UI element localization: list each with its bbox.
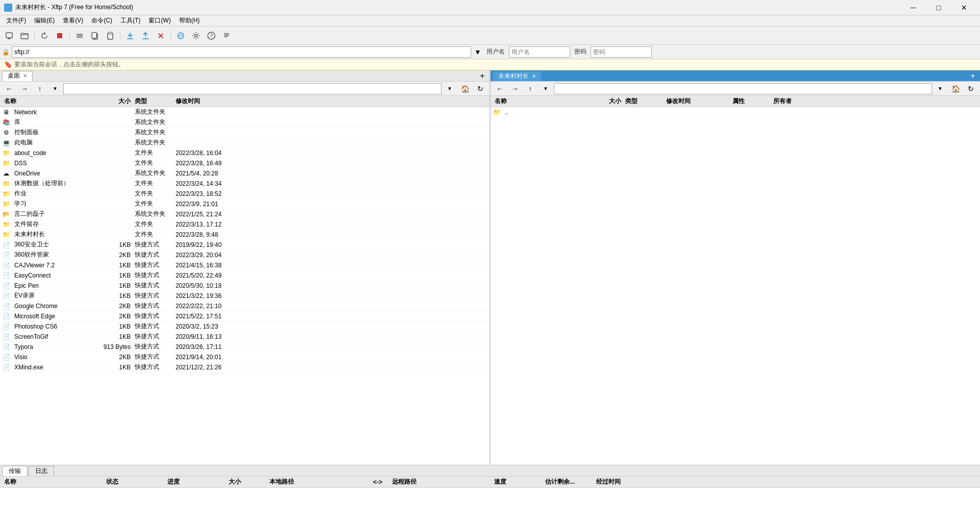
right-up-button[interactable]: ↑	[523, 82, 537, 96]
username-input[interactable]	[509, 46, 570, 58]
list-item[interactable]: 📂 言二的磊子 系统文件夹 2022/1/25, 21:24	[0, 209, 489, 219]
transfer-tab-log[interactable]: 日志	[29, 466, 54, 476]
left-up-button[interactable]: ↑	[33, 82, 47, 96]
menu-window[interactable]: 窗口(W)	[144, 15, 175, 26]
minimize-button[interactable]: ─	[901, 0, 925, 15]
copy-button[interactable]	[88, 29, 102, 43]
password-label: 密码	[572, 47, 589, 56]
list-item[interactable]: 📄 Visio 2KB 快捷方式 2021/9/14, 20:01	[0, 352, 489, 362]
right-refresh-button[interactable]: ↻	[964, 82, 978, 96]
menu-command[interactable]: 命令(C)	[87, 15, 116, 26]
file-modified: 2019/9/22, 19:40	[176, 241, 247, 248]
paste-button[interactable]	[103, 29, 117, 43]
right-home-button[interactable]: 🏠	[948, 82, 963, 96]
list-item[interactable]: 💻 此电脑 系统文件夹	[0, 138, 489, 148]
list-item[interactable]: 📁 休测数据（处理前） 文件夹 2022/3/24, 14:34	[0, 179, 489, 189]
list-item[interactable]: 📚 库 系统文件夹	[0, 117, 489, 128]
delete-button[interactable]	[154, 29, 168, 43]
transfer-tab-transfer[interactable]: 传输	[2, 466, 28, 476]
list-item[interactable]: 📄 360软件管家 2KB 快捷方式 2022/3/29, 20:04	[0, 250, 489, 260]
list-item[interactable]: 📄 EasyConnect 1KB 快捷方式 2021/5/20, 22:49	[0, 270, 489, 281]
globe-button[interactable]	[174, 29, 188, 43]
left-path-input[interactable]: 桌面	[63, 83, 442, 94]
right-col-modified: 修改时间	[666, 97, 732, 106]
menu-help[interactable]: 帮助(H)	[175, 15, 204, 26]
list-item[interactable]: 📄 EV录屏 1KB 快捷方式 2021/3/22, 19:36	[0, 291, 489, 301]
stop-button[interactable]	[53, 29, 67, 43]
list-item[interactable]: 📄 360安全卫士 1KB 快捷方式 2019/9/22, 19:40	[0, 240, 489, 250]
menu-view[interactable]: 查看(V)	[59, 15, 87, 26]
upload-button[interactable]	[138, 29, 153, 43]
right-panel-tab[interactable]: 未来村村长 ✕	[493, 71, 542, 81]
file-name: XMind.exe	[12, 364, 94, 371]
file-type: 系统文件夹	[135, 169, 176, 178]
file-icon: 📄	[2, 322, 10, 331]
file-size: 913 Bytes	[94, 343, 135, 350]
file-icon: 📁	[2, 190, 10, 198]
list-item[interactable]: 📁 文件留存 文件夹 2022/3/13, 17:12	[0, 219, 489, 230]
menu-tools[interactable]: 工具(T)	[116, 15, 144, 26]
list-item[interactable]: 📁 about_code 文件夹 2022/3/28, 16:04	[0, 148, 489, 158]
close-button[interactable]: ✕	[952, 0, 976, 15]
list-item[interactable]: 📁 作业 文件夹 2022/3/23, 18:52	[0, 189, 489, 199]
right-dropdown-button[interactable]: ▼	[538, 82, 553, 96]
transfer-options-button[interactable]	[72, 29, 87, 43]
right-path-input[interactable]: /root	[554, 83, 932, 94]
file-type: 快捷方式	[135, 332, 176, 341]
list-item[interactable]: 📁 学习 文件夹 2022/3/9, 21:01	[0, 199, 489, 209]
list-item[interactable]: 📄 ScreenToGif 1KB 快捷方式 2020/9/11, 16:13	[0, 332, 489, 342]
password-input[interactable]	[591, 46, 652, 58]
file-name: 未来村村长	[12, 230, 94, 239]
right-panel-tab-close[interactable]: ✕	[532, 73, 536, 79]
list-item[interactable]: 📄 XMind.exe 1KB 快捷方式 2021/12/2, 21:26	[0, 362, 489, 372]
menu-edit[interactable]: 编辑(E)	[30, 15, 59, 26]
list-item[interactable]: ☁ OneDrive 系统文件夹 2021/5/4, 20:28	[0, 168, 489, 179]
list-item[interactable]: 🖥 Network 系统文件夹	[0, 107, 489, 117]
left-refresh-button[interactable]: ↻	[473, 82, 487, 96]
th-arrow: <->	[368, 479, 388, 486]
left-forward-button[interactable]: →	[17, 82, 32, 96]
file-icon: 📄	[2, 333, 10, 341]
sftp-address-input[interactable]	[12, 46, 471, 58]
list-item[interactable]: 📄 Epic Pen 1KB 快捷方式 2020/5/30, 10:18	[0, 281, 489, 291]
right-file-list[interactable]: 📁 ..	[491, 107, 980, 465]
menu-file[interactable]: 文件(F)	[2, 15, 30, 26]
right-forward-button[interactable]: →	[508, 82, 522, 96]
list-item[interactable]: 📁 DSS 文件夹 2022/3/28, 16:49	[0, 158, 489, 168]
list-item[interactable]: 📁 ..	[491, 107, 980, 117]
right-back-button[interactable]: ←	[493, 82, 507, 96]
list-item[interactable]: 📄 CAJViewer 7.2 1KB 快捷方式 2021/4/15, 16:3…	[0, 260, 489, 270]
left-panel-tab-close[interactable]: ✕	[23, 73, 27, 79]
left-new-tab-button[interactable]: +	[477, 71, 487, 81]
right-path-dropdown[interactable]: ▼	[933, 82, 947, 96]
right-new-tab-button[interactable]: +	[968, 71, 978, 81]
list-item[interactable]: 📄 Photoshop CS6 1KB 快捷方式 2020/3/2, 15:23	[0, 321, 489, 332]
left-path-dropdown[interactable]: ▼	[443, 82, 457, 96]
left-home-button[interactable]: 🏠	[458, 82, 472, 96]
file-name: 360安全卫士	[12, 240, 94, 249]
right-col-type: 类型	[625, 97, 666, 106]
left-file-list[interactable]: 🖥 Network 系统文件夹 📚 库 系统文件夹 ⚙ 控制面板 系统文件夹 💻…	[0, 107, 489, 465]
settings-button[interactable]	[189, 29, 203, 43]
download-button[interactable]	[123, 29, 137, 43]
list-item[interactable]: ⚙ 控制面板 系统文件夹	[0, 128, 489, 138]
toolbar-sep-3	[120, 30, 120, 42]
list-item[interactable]: 📄 Typora 913 Bytes 快捷方式 2020/3/26, 17:11	[0, 342, 489, 352]
th-local: 本地路径	[265, 478, 368, 486]
left-panel-tab[interactable]: 桌面 ✕	[2, 71, 33, 81]
new-session-button[interactable]	[2, 29, 16, 43]
list-item[interactable]: 📄 Google Chrome 2KB 快捷方式 2022/2/22, 21:1…	[0, 301, 489, 311]
maximize-button[interactable]: □	[927, 0, 950, 15]
info-button[interactable]	[219, 29, 234, 43]
left-back-button[interactable]: ←	[2, 82, 16, 96]
left-dropdown-button[interactable]: ▼	[48, 82, 62, 96]
refresh-button[interactable]	[37, 29, 52, 43]
list-item[interactable]: 📄 Microsoft Edge 2KB 快捷方式 2021/5/22, 17:…	[0, 311, 489, 321]
file-name: ..	[503, 109, 584, 116]
dropdown-button[interactable]: ▼	[473, 45, 482, 59]
list-item[interactable]: 📁 未来村村长 文件夹 2022/3/28, 9:48	[0, 230, 489, 240]
help-button[interactable]: ?	[204, 29, 218, 43]
th-eta: 估计剩余...	[541, 478, 592, 486]
open-session-button[interactable]	[17, 29, 32, 43]
file-icon: 📄	[2, 271, 10, 280]
